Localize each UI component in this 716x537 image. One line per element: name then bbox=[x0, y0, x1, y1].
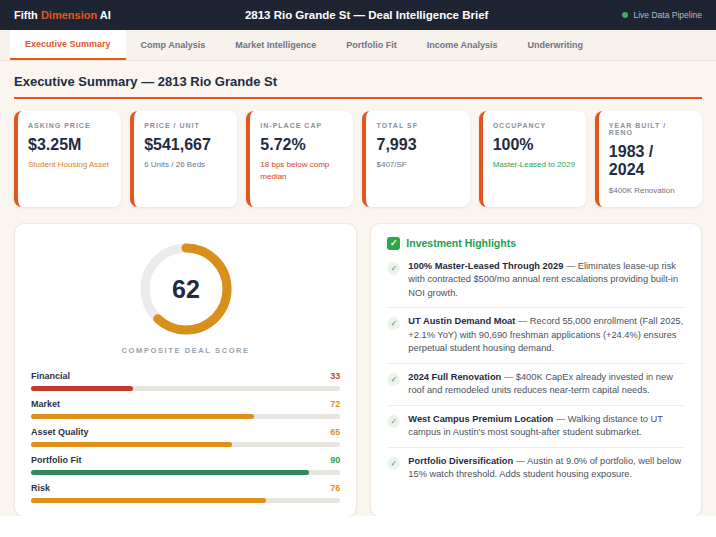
bar-fill bbox=[31, 470, 309, 475]
kpi-label: YEAR BUILT / RENO bbox=[609, 122, 692, 136]
kpi-value: 100% bbox=[493, 136, 576, 154]
check-icon: ✓ bbox=[387, 317, 400, 330]
highlight-text: 100% Master-Leased Through 2029 — Elimin… bbox=[408, 260, 685, 300]
tab-comp-analysis[interactable]: Comp Analysis bbox=[126, 30, 221, 60]
highlight-text: 2024 Full Renovation — $400K CapEx alrea… bbox=[408, 371, 685, 398]
highlight-text: West Campus Premium Location — Walking d… bbox=[408, 413, 685, 440]
bar-track bbox=[31, 442, 340, 447]
deal-score-panel: 62 COMPOSITE DEAL SCORE Financial33Marke… bbox=[14, 223, 357, 516]
kpi-subtext: 18 bps below comp median bbox=[260, 159, 343, 181]
check-icon: ✓ bbox=[387, 457, 400, 470]
kpi-card-total-sf: TOTAL SF7,993$407/SF bbox=[362, 111, 469, 207]
score-bar-risk: Risk76 bbox=[31, 483, 340, 503]
highlight-text: UT Austin Demand Moat — Record 55,000 en… bbox=[408, 315, 685, 355]
tab-executive-summary[interactable]: Executive Summary bbox=[10, 30, 126, 60]
bar-track bbox=[31, 414, 340, 419]
highlight-title: UT Austin Demand Moat bbox=[408, 316, 515, 326]
app-window: Fifth Dimension AI 2813 Rio Grande St — … bbox=[0, 0, 716, 516]
score-bars-list: Financial33Market72Asset Quality65Portfo… bbox=[31, 371, 340, 503]
investment-highlights-panel: ✓ Investment Highlights ✓100% Master-Lea… bbox=[370, 223, 702, 516]
bar-track bbox=[31, 470, 340, 475]
bar-label: Portfolio Fit bbox=[31, 455, 82, 465]
kpi-subtext: $407/SF bbox=[376, 159, 459, 170]
page-title: Executive Summary — 2813 Rio Grande St bbox=[14, 74, 702, 99]
bar-fill bbox=[31, 386, 133, 391]
bar-label: Risk bbox=[31, 483, 50, 493]
kpi-card-row: ASKING PRICE$3.25MStudent Housing AssetP… bbox=[14, 111, 702, 207]
live-status-dot-icon bbox=[622, 12, 628, 18]
highlights-list: ✓100% Master-Leased Through 2029 — Elimi… bbox=[387, 253, 685, 489]
kpi-subtext: $400K Renovation bbox=[609, 185, 692, 196]
brand-logo: Fifth Dimension AI bbox=[14, 9, 111, 21]
score-bar-financial: Financial33 bbox=[31, 371, 340, 391]
bar-header: Risk76 bbox=[31, 483, 340, 493]
bar-header: Portfolio Fit90 bbox=[31, 455, 340, 465]
top-bar: Fifth Dimension AI 2813 Rio Grande St — … bbox=[0, 0, 716, 30]
kpi-value: $3.25M bbox=[28, 136, 111, 154]
bar-fill bbox=[31, 498, 266, 503]
content-panels: 62 COMPOSITE DEAL SCORE Financial33Marke… bbox=[14, 223, 702, 516]
kpi-subtext: Master-Leased to 2029 bbox=[493, 159, 576, 170]
kpi-value: 5.72% bbox=[260, 136, 343, 154]
brand-ai: AI bbox=[100, 9, 111, 21]
check-icon: ✓ bbox=[387, 262, 400, 275]
bar-header: Market72 bbox=[31, 399, 340, 409]
highlight-text: Portfolio Diversification — Austin at 9.… bbox=[408, 455, 685, 482]
kpi-value: 7,993 bbox=[376, 136, 459, 154]
bar-label: Financial bbox=[31, 371, 70, 381]
live-data-status: Live Data Pipeline bbox=[622, 10, 702, 20]
highlights-title: Investment Highlights bbox=[406, 237, 516, 249]
score-caption: COMPOSITE DEAL SCORE bbox=[122, 346, 250, 355]
bar-track bbox=[31, 498, 340, 503]
check-icon: ✓ bbox=[387, 415, 400, 428]
brand-fifth: Fifth bbox=[14, 9, 38, 21]
bar-label: Asset Quality bbox=[31, 427, 89, 437]
kpi-label: OCCUPANCY bbox=[493, 122, 576, 129]
score-bar-asset-quality: Asset Quality65 bbox=[31, 427, 340, 447]
tab-market-intelligence[interactable]: Market Intelligence bbox=[220, 30, 331, 60]
kpi-label: IN-PLACE CAP bbox=[260, 122, 343, 129]
score-bar-market: Market72 bbox=[31, 399, 340, 419]
score-bar-portfolio-fit: Portfolio Fit90 bbox=[31, 455, 340, 475]
score-donut-chart: 62 bbox=[134, 237, 238, 341]
kpi-card-occupancy: OCCUPANCY100%Master-Leased to 2029 bbox=[479, 111, 586, 207]
highlight-title: Portfolio Diversification bbox=[408, 456, 513, 466]
bar-header: Asset Quality65 bbox=[31, 427, 340, 437]
kpi-subtext: Student Housing Asset bbox=[28, 159, 111, 170]
highlight-title: West Campus Premium Location bbox=[408, 414, 553, 424]
bar-value: 76 bbox=[330, 483, 340, 493]
bar-fill bbox=[31, 442, 232, 447]
highlight-title: 100% Master-Leased Through 2029 bbox=[408, 261, 563, 271]
highlight-item: ✓UT Austin Demand Moat — Record 55,000 e… bbox=[387, 307, 685, 362]
score-value: 62 bbox=[172, 275, 200, 303]
kpi-value: 1983 / 2024 bbox=[609, 143, 692, 180]
tab-underwriting[interactable]: Underwriting bbox=[512, 30, 598, 60]
highlight-item: ✓2024 Full Renovation — $400K CapEx alre… bbox=[387, 363, 685, 405]
kpi-value: $541,667 bbox=[144, 136, 227, 154]
kpi-label: TOTAL SF bbox=[376, 122, 459, 129]
tab-portfolio-fit[interactable]: Portfolio Fit bbox=[331, 30, 412, 60]
composite-score-gauge: 62 COMPOSITE DEAL SCORE bbox=[31, 237, 340, 363]
tab-income-analysis[interactable]: Income Analysis bbox=[412, 30, 513, 60]
bar-label: Market bbox=[31, 399, 60, 409]
bar-value: 90 bbox=[330, 455, 340, 465]
kpi-card-year-built-reno: YEAR BUILT / RENO1983 / 2024$400K Renova… bbox=[595, 111, 702, 207]
kpi-card-asking-price: ASKING PRICE$3.25MStudent Housing Asset bbox=[14, 111, 121, 207]
highlight-title: 2024 Full Renovation bbox=[408, 372, 501, 382]
check-badge-icon: ✓ bbox=[387, 237, 400, 250]
bar-value: 33 bbox=[330, 371, 340, 381]
window-title: 2813 Rio Grande St — Deal Intelligence B… bbox=[111, 9, 623, 21]
check-icon: ✓ bbox=[387, 373, 400, 386]
kpi-card-in-place-cap: IN-PLACE CAP5.72%18 bps below comp media… bbox=[246, 111, 353, 207]
tab-bar: Executive SummaryComp AnalysisMarket Int… bbox=[0, 30, 716, 61]
brand-dimension: Dimension bbox=[41, 9, 97, 21]
bar-value: 65 bbox=[330, 427, 340, 437]
kpi-label: PRICE / UNIT bbox=[144, 122, 227, 129]
kpi-label: ASKING PRICE bbox=[28, 122, 111, 129]
bar-header: Financial33 bbox=[31, 371, 340, 381]
kpi-card-price-unit: PRICE / UNIT$541,6676 Units / 26 Beds bbox=[130, 111, 237, 207]
bar-track bbox=[31, 386, 340, 391]
highlights-header: ✓ Investment Highlights bbox=[387, 237, 685, 250]
highlight-item: ✓100% Master-Leased Through 2029 — Elimi… bbox=[387, 253, 685, 307]
bar-value: 72 bbox=[330, 399, 340, 409]
